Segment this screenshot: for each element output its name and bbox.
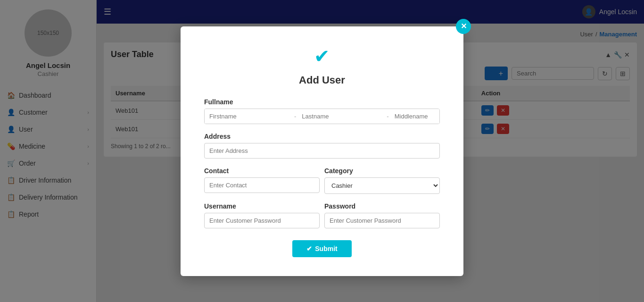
fullname-label: Fullname	[204, 98, 440, 106]
firstname-input[interactable]	[205, 109, 293, 124]
category-select[interactable]: Cashier Admin Driver	[324, 177, 440, 194]
add-user-modal: ✕ ✔ Add User Fullname - - Address	[181, 26, 463, 276]
submit-label: Submit	[315, 245, 337, 252]
address-group: Address	[204, 133, 440, 159]
middlename-input[interactable]	[390, 109, 440, 124]
address-label: Address	[204, 133, 440, 140]
fullname-group: Fullname - -	[204, 98, 440, 124]
lastname-input[interactable]	[297, 109, 386, 124]
check-icon: ✔	[314, 46, 330, 67]
username-password-row: Username Password	[204, 202, 440, 228]
modal-title: Add User	[204, 74, 440, 86]
address-input[interactable]	[204, 143, 440, 159]
contact-label: Contact	[204, 167, 320, 175]
submit-button[interactable]: ✔ Submit	[292, 240, 351, 257]
category-col: Category Cashier Admin Driver	[324, 167, 440, 194]
contact-category-row: Contact Category Cashier Admin Driver	[204, 167, 440, 194]
username-input[interactable]	[204, 213, 320, 228]
contact-input[interactable]	[204, 177, 320, 193]
fullname-row: - -	[204, 109, 440, 124]
submit-check-icon: ✔	[306, 245, 312, 252]
contact-category-group: Contact Category Cashier Admin Driver	[204, 167, 440, 194]
password-col: Password	[324, 202, 440, 228]
username-col: Username	[204, 202, 320, 228]
password-input[interactable]	[324, 213, 440, 228]
modal-close-button[interactable]: ✕	[456, 19, 471, 34]
username-password-group: Username Password	[204, 202, 440, 228]
submit-section: ✔ Submit	[204, 240, 440, 257]
name-sep-1: -	[293, 113, 297, 120]
password-label: Password	[324, 202, 440, 210]
username-label: Username	[204, 202, 320, 210]
category-label: Category	[324, 167, 440, 175]
modal-check-icon-container: ✔	[204, 45, 440, 67]
contact-col: Contact	[204, 167, 320, 194]
modal-overlay: ✕ ✔ Add User Fullname - - Address	[0, 0, 644, 302]
name-sep-2: -	[386, 113, 389, 120]
